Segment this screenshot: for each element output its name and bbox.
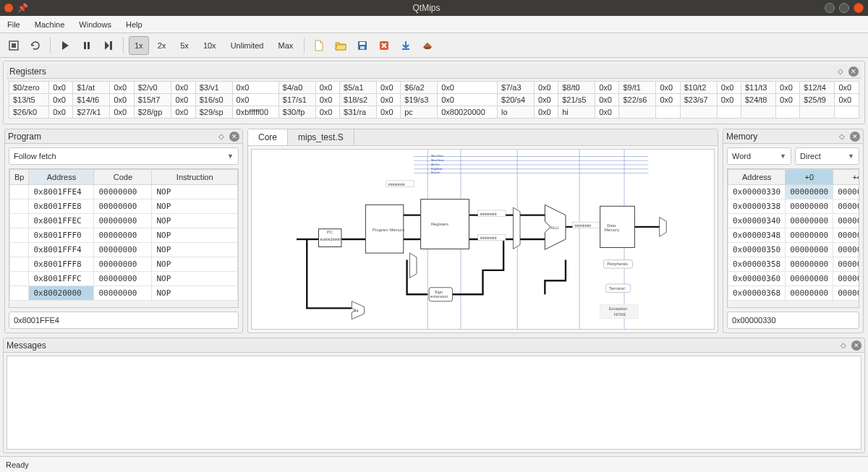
register-value[interactable]: 0x0 — [595, 106, 619, 119]
program-row[interactable]: 0x8001FFE800000000NOP — [10, 199, 238, 214]
register-value[interactable]: 0x0 — [656, 94, 680, 106]
download-button[interactable] — [396, 36, 415, 55]
program-row[interactable]: 0x8001FFEC00000000NOP — [10, 214, 238, 228]
register-value[interactable]: 0x0 — [776, 82, 800, 94]
memory-row[interactable]: 0x000003680000000000000000 — [728, 286, 860, 301]
program-table-scroll[interactable]: Bp Address Code Instruction 0x8001FFE400… — [9, 168, 239, 308]
registers-dock-button[interactable]: ◇ — [835, 66, 846, 77]
program-row[interactable]: 0x8001FFF000000000NOP — [10, 228, 238, 243]
memory-row[interactable]: 0x000003380000000000000000 — [728, 199, 860, 214]
speed-1x-button[interactable]: 1x — [129, 36, 149, 55]
save-button[interactable] — [353, 36, 372, 55]
minimize-button[interactable] — [825, 3, 835, 13]
register-value[interactable]: 0x80020000 — [438, 106, 498, 119]
memory-row[interactable]: 0x000003500000000000000000 — [728, 243, 860, 257]
program-col-code[interactable]: Code — [94, 170, 152, 185]
register-value[interactable]: 0x0 — [835, 94, 859, 106]
pin-icon[interactable]: 📌 — [17, 3, 28, 13]
menu-machine[interactable]: Machine — [27, 16, 72, 33]
register-value[interactable]: 0x0 — [595, 82, 619, 94]
memory-dock-button[interactable]: ◇ — [837, 132, 847, 142]
pause-button[interactable] — [77, 36, 96, 55]
register-value[interactable]: 0x0 — [171, 94, 195, 106]
compile-button[interactable] — [418, 36, 437, 55]
register-value[interactable]: 0x0 — [232, 82, 278, 94]
register-value[interactable]: 0x0 — [717, 82, 741, 94]
memory-row[interactable]: 0x000003580000000000000000 — [728, 257, 860, 272]
register-value[interactable]: 0x0 — [315, 82, 339, 94]
registers-close-button[interactable]: ✕ — [848, 66, 859, 77]
messages-dock-button[interactable]: ◇ — [838, 340, 848, 351]
register-value[interactable]: 0x0 — [171, 106, 195, 119]
memory-col-0[interactable]: +0 — [786, 170, 833, 185]
register-value[interactable]: 0x0 — [110, 106, 134, 119]
register-value[interactable]: 0x0 — [315, 106, 339, 119]
new-machine-button[interactable] — [4, 36, 23, 55]
step-button[interactable] — [99, 36, 118, 55]
register-value[interactable]: 0x0 — [438, 94, 498, 106]
tab-core[interactable]: Core — [248, 129, 288, 145]
close-file-button[interactable] — [375, 36, 393, 55]
register-value[interactable]: 0xbfffff00 — [232, 106, 278, 119]
program-col-address[interactable]: Address — [29, 170, 94, 185]
program-row[interactable]: 0x8001FFF400000000NOP — [10, 243, 238, 257]
menu-file[interactable]: File — [0, 16, 27, 33]
tab-source[interactable]: mips_test.S — [288, 129, 354, 145]
program-col-bp[interactable]: Bp — [10, 170, 29, 185]
register-value[interactable]: 0x0 — [438, 82, 498, 94]
program-row[interactable]: 0x8001FFFC00000000NOP — [10, 272, 238, 286]
memory-col-addr[interactable]: Address — [728, 170, 786, 185]
memory-close-button[interactable]: ✕ — [850, 132, 860, 142]
register-value[interactable]: 0x0 — [49, 82, 73, 94]
program-follow-select[interactable]: Follow fetch ▼ — [9, 147, 239, 165]
core-diagram[interactable]: MemWrite MemRead AluCtrl RegWrite Branch — [251, 149, 715, 330]
register-value[interactable]: 0x0 — [110, 82, 134, 94]
memory-address-input[interactable]: 0x00000330 — [727, 312, 859, 329]
run-button[interactable] — [56, 36, 75, 55]
register-value[interactable]: 0x0 — [656, 82, 680, 94]
memory-row[interactable]: 0x000003400000000000000000 — [728, 214, 860, 228]
register-value[interactable]: 0x0 — [534, 94, 558, 106]
program-close-button[interactable]: ✕ — [229, 132, 239, 142]
register-value[interactable]: 0x0 — [534, 82, 558, 94]
close-button[interactable] — [854, 3, 864, 13]
program-row[interactable]: 0x8001FFE400000000NOP — [10, 185, 238, 199]
program-col-instr[interactable]: Instruction — [152, 170, 238, 185]
memory-table-scroll[interactable]: Address +0 +4 0x000003300000000000000000… — [727, 168, 859, 308]
memory-mode-select[interactable]: Word ▼ — [727, 147, 791, 165]
menu-windows[interactable]: Windows — [72, 16, 119, 33]
memory-row[interactable]: 0x000003480000000000000000 — [728, 228, 860, 243]
register-value[interactable]: 0x0 — [717, 94, 741, 106]
register-value[interactable]: 0x0 — [171, 82, 195, 94]
reload-button[interactable] — [26, 36, 45, 55]
register-value[interactable]: 0x0 — [315, 94, 339, 106]
register-value[interactable]: 0x0 — [534, 106, 558, 119]
memory-row[interactable]: 0x000003600000000000000000 — [728, 272, 860, 286]
menu-help[interactable]: Help — [119, 16, 150, 33]
register-value[interactable]: 0x0 — [376, 106, 400, 119]
register-value[interactable]: 0x0 — [595, 94, 619, 106]
register-value[interactable]: 0x0 — [835, 82, 859, 94]
messages-close-button[interactable]: ✕ — [851, 340, 861, 351]
program-row[interactable]: 0x8001FFF800000000NOP — [10, 257, 238, 272]
program-address-input[interactable]: 0x8001FFE4 — [9, 312, 239, 329]
memory-col-4[interactable]: +4 — [833, 170, 859, 185]
memory-view-select[interactable]: Direct ▼ — [795, 147, 859, 165]
memory-row[interactable]: 0x000003300000000000000000 — [728, 185, 860, 199]
register-value[interactable]: 0x0 — [776, 94, 800, 106]
program-row[interactable]: 0x8002000000000000NOP — [10, 286, 238, 301]
speed-10x-button[interactable]: 10x — [197, 36, 222, 55]
register-value[interactable]: 0x0 — [232, 94, 278, 106]
open-file-button[interactable] — [331, 36, 350, 55]
register-value[interactable]: 0x0 — [49, 94, 73, 106]
messages-body[interactable] — [7, 356, 861, 450]
register-value[interactable]: 0x0 — [49, 106, 73, 119]
register-value[interactable]: 0x0 — [376, 94, 400, 106]
new-file-button[interactable] — [310, 36, 328, 55]
speed-max-button[interactable]: Max — [272, 36, 299, 55]
speed-5x-button[interactable]: 5x — [174, 36, 195, 55]
program-dock-button[interactable]: ◇ — [216, 132, 226, 142]
maximize-button[interactable] — [839, 3, 849, 13]
register-value[interactable]: 0x0 — [376, 82, 400, 94]
speed-2x-button[interactable]: 2x — [152, 36, 172, 55]
